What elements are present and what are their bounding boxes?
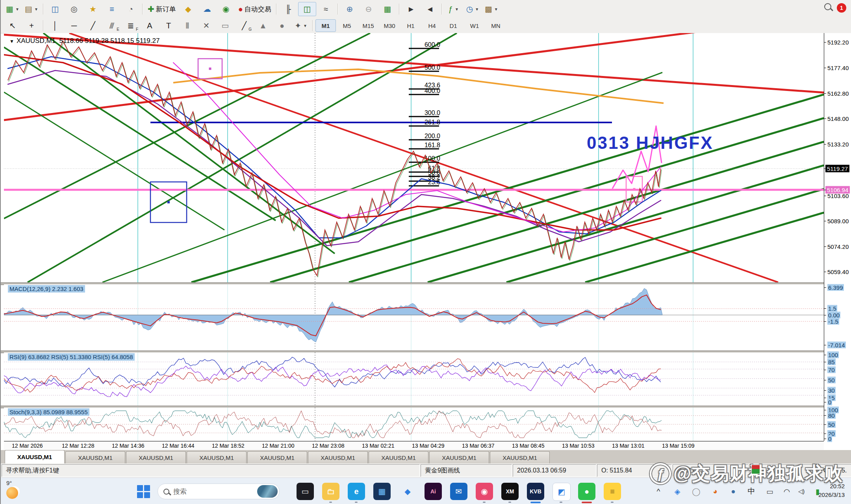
- zoom-out-button[interactable]: ⊖: [360, 2, 378, 16]
- file-explorer-icon[interactable]: 🗀: [322, 483, 339, 500]
- search-highlight-image[interactable]: [257, 485, 278, 498]
- circle-tray-icon[interactable]: ◯: [690, 486, 702, 497]
- ellipse-tool[interactable]: ●: [273, 19, 291, 33]
- market-watch-button[interactable]: ◫: [46, 2, 64, 16]
- symbol-ohlc-label[interactable]: ▼XAUUSD,M1 5118.66 5119.28 5118.15 5119.…: [9, 37, 159, 45]
- ime-language-indicator[interactable]: 中: [745, 486, 757, 497]
- strategy-tester-button[interactable]: ◔: [122, 2, 140, 16]
- line-chart-button[interactable]: ≈: [317, 2, 335, 16]
- taskbar-search[interactable]: 搜索: [158, 484, 280, 499]
- cursor-tool[interactable]: ↖: [4, 19, 22, 33]
- equidistant-channel-tool[interactable]: ⫻E: [103, 19, 121, 33]
- templates-button[interactable]: ▩▼: [482, 2, 501, 16]
- text-tool[interactable]: A: [141, 19, 159, 33]
- paper-plane-icon[interactable]: ◆: [399, 483, 416, 500]
- store-icon[interactable]: ▦: [373, 483, 391, 500]
- horizontal-line-tool[interactable]: ─: [65, 19, 83, 33]
- tile-windows-button[interactable]: ▦: [378, 2, 397, 16]
- split-doc-icon[interactable]: ◩: [553, 483, 571, 501]
- timeframe-m30[interactable]: M30: [379, 19, 400, 32]
- stochastic-panel[interactable]: [4, 408, 824, 441]
- weather-widget[interactable]: 9°: [6, 480, 34, 499]
- chart-tab[interactable]: XAUUSD,M1: [490, 451, 550, 463]
- chart-shift-button[interactable]: ◄: [421, 2, 439, 16]
- gann-line-tool[interactable]: ╱G: [235, 19, 253, 33]
- shield-icon[interactable]: ◈: [671, 486, 683, 497]
- timeframe-h1[interactable]: H1: [400, 19, 421, 32]
- photos-app-icon[interactable]: ◉: [476, 483, 493, 500]
- xm-app-icon[interactable]: XM: [501, 483, 519, 500]
- arrows-tool[interactable]: ✦▼: [292, 19, 310, 33]
- timeframe-d1[interactable]: D1: [443, 19, 464, 32]
- volume-icon[interactable]: ◁): [795, 486, 807, 497]
- text-label-tool[interactable]: T: [159, 19, 178, 33]
- time-axis[interactable]: 12 Mar 202612 Mar 12:2812 Mar 14:3612 Ma…: [4, 441, 824, 450]
- stochastic-label[interactable]: Stoch(9,3,3) 85.0989 88.9555: [8, 408, 89, 416]
- vertical-line-tool[interactable]: │: [46, 19, 64, 33]
- wifi-icon[interactable]: ◠: [781, 486, 793, 497]
- periods-button[interactable]: ◷▼: [464, 2, 482, 16]
- chart-tab[interactable]: XAUUSD,M1: [429, 451, 489, 463]
- macd-label[interactable]: MACD(12,26,9) 2.232 1.603: [8, 285, 85, 293]
- chart-tab[interactable]: XAUUSD,M1: [126, 451, 186, 463]
- candlestick-button[interactable]: ◫: [298, 2, 316, 16]
- mql5-community-button[interactable]: ☁: [198, 2, 216, 16]
- rsi-label[interactable]: RSI(9) 63.8682 RSI(5) 51.3380 RSI(5) 64.…: [8, 353, 135, 361]
- fibonacci-retracement-tool[interactable]: ≣F: [122, 19, 140, 33]
- zoom-in-button[interactable]: ⊕: [341, 2, 359, 16]
- bar-chart-button[interactable]: ╟: [279, 2, 297, 16]
- chart-tab[interactable]: XAUUSD,M1: [308, 451, 368, 463]
- mql5-community-button-icon: ☁: [203, 4, 211, 14]
- hidden-icons-chevron[interactable]: ^: [653, 486, 664, 497]
- notes-app-icon[interactable]: ≡: [604, 483, 621, 500]
- auto-scroll-button[interactable]: ►: [402, 2, 420, 16]
- chart-tab[interactable]: XAUUSD,M1: [5, 450, 65, 463]
- timeframe-m15[interactable]: M15: [358, 19, 378, 32]
- timeframe-mn[interactable]: MN: [486, 19, 506, 32]
- navigator-button[interactable]: ★: [84, 2, 102, 16]
- edge-browser-icon[interactable]: e: [348, 483, 365, 500]
- timeframe-h4[interactable]: H4: [422, 19, 442, 32]
- fib-fan-tool[interactable]: ⦀: [178, 19, 197, 33]
- chart-tab[interactable]: XAUUSD,M1: [369, 451, 428, 463]
- macd-panel[interactable]: [4, 284, 824, 350]
- periods-button-icon: ◷: [466, 4, 473, 14]
- vertical-line-tool-icon: │: [53, 21, 58, 30]
- rsi-scale-label: 0: [827, 399, 832, 406]
- fib-grid-tool[interactable]: ✕: [197, 19, 215, 33]
- chart-expander-icon[interactable]: ▼: [9, 39, 14, 44]
- new-chart-button[interactable]: ▦▼: [4, 2, 22, 16]
- data-window-button[interactable]: ◎: [65, 2, 83, 16]
- price-axis[interactable]: 5192.205177.405162.805148.005133.205103.…: [824, 33, 851, 441]
- mail-app-icon[interactable]: ✉: [450, 483, 467, 500]
- mt4-window: ▦▼▤▼◫◎★≡◔✚新订单◆☁◉●自动交易 ╟◫≈⊕⊖▦►◄ƒ▼◷▼▩▼ 1 ↖…: [0, 0, 851, 504]
- signals-button[interactable]: ◉: [217, 2, 235, 16]
- notification-badge[interactable]: 1: [837, 3, 846, 13]
- chart-tab[interactable]: XAUUSD,M1: [187, 451, 247, 463]
- wechat-icon[interactable]: ●: [578, 483, 595, 500]
- browser-tray-icon[interactable]: ◕: [709, 486, 721, 497]
- rectangle-tool[interactable]: ▭: [216, 19, 234, 33]
- auto-trading-button[interactable]: ●自动交易: [236, 2, 274, 16]
- mic-tray-icon[interactable]: ●: [727, 486, 739, 497]
- kvb-app-icon[interactable]: KVB: [527, 483, 544, 500]
- trendline-tool[interactable]: ╱: [84, 19, 102, 33]
- market-depth-button[interactable]: ◆: [179, 2, 197, 16]
- terminal-button[interactable]: ≡: [103, 2, 121, 16]
- start-button[interactable]: [136, 484, 150, 498]
- search-icon[interactable]: [824, 3, 834, 13]
- profiles-button[interactable]: ▤▼: [22, 2, 41, 16]
- timeframe-w1[interactable]: W1: [464, 19, 485, 32]
- chart-tab[interactable]: XAUUSD,M1: [65, 451, 125, 463]
- timeframe-m5[interactable]: M5: [337, 19, 357, 32]
- timeframe-m1[interactable]: M1: [315, 19, 336, 32]
- chart-tab[interactable]: XAUUSD,M1: [247, 451, 307, 463]
- indicators-button[interactable]: ƒ▼: [445, 2, 463, 16]
- crosshair-tool[interactable]: +: [22, 19, 41, 33]
- new-order-button[interactable]: ✚新订单: [145, 2, 178, 16]
- display-tray-icon[interactable]: ▭: [764, 486, 776, 497]
- price-chart-panel[interactable]: 600.0500.0423.6400.0300.0261.8200.0161.8…: [4, 33, 824, 282]
- triangle-tool[interactable]: ▲: [254, 19, 272, 33]
- laptop-app-icon[interactable]: ▭: [297, 483, 314, 500]
- ai-app-icon[interactable]: Ai: [425, 483, 442, 500]
